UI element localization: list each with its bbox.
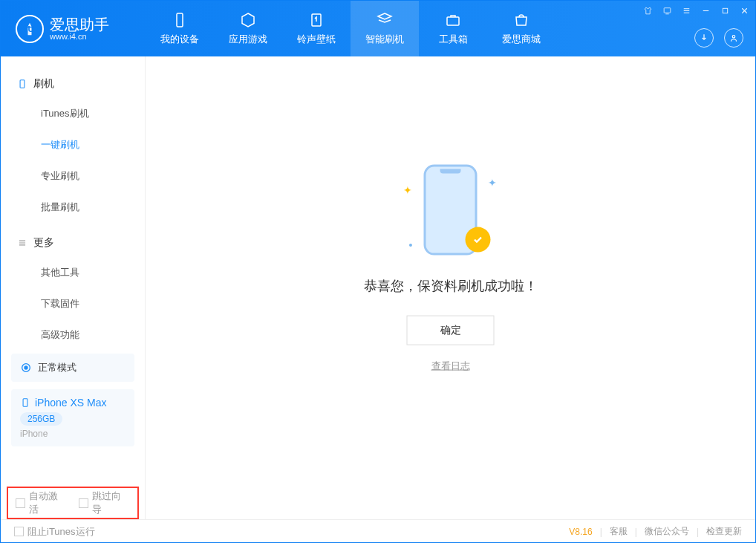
window-controls (642, 5, 749, 16)
sidebar-item-batch-flash[interactable]: 批量刷机 (1, 192, 145, 223)
view-log-link[interactable]: 查看日志 (431, 360, 470, 371)
sidebar-group-flash: 刷机 (1, 70, 145, 98)
checkbox-skip-guide[interactable]: 跳过向导 (79, 490, 130, 516)
minimize-icon[interactable] (700, 5, 711, 16)
app-logo: iU 爱思助手 www.i4.cn (1, 15, 146, 43)
tab-toolbox[interactable]: 工具箱 (419, 1, 487, 56)
tab-store[interactable]: 爱思商城 (487, 1, 555, 56)
svg-point-9 (25, 366, 27, 369)
support-link[interactable]: 客服 (610, 525, 628, 538)
user-icon[interactable] (724, 28, 743, 48)
app-name: 爱思助手 (50, 17, 109, 32)
logo-icon: iU (16, 15, 44, 43)
main-content: ✦✦• 恭喜您，保资料刷机成功啦！ 确定 查看日志 (146, 56, 755, 519)
sidebar-group-more: 更多 (1, 229, 145, 257)
svg-point-4 (732, 36, 735, 39)
device-info[interactable]: iPhone XS Max 256GB iPhone (11, 389, 134, 446)
titlebar: iU 爱思助手 www.i4.cn 我的设备 应用游戏 铃声壁纸 智能刷机 工具… (1, 1, 755, 56)
version-label: V8.16 (569, 527, 592, 537)
device-mode[interactable]: 正常模式 (11, 354, 134, 382)
device-storage-badge: 256GB (20, 412, 62, 426)
sidebar-item-other-tools[interactable]: 其他工具 (1, 257, 145, 288)
sidebar-item-itunes-flash[interactable]: iTunes刷机 (1, 98, 145, 129)
sidebar-item-advanced[interactable]: 高级功能 (1, 319, 145, 351)
svg-rect-6 (723, 8, 727, 13)
sidebar-item-pro-flash[interactable]: 专业刷机 (1, 160, 145, 192)
device-type: iPhone (20, 429, 126, 439)
svg-rect-5 (664, 7, 671, 12)
bottom-options-highlighted: 自动激活 跳过向导 (7, 487, 139, 519)
sidebar-item-one-click-flash[interactable]: 一键刷机 (1, 129, 145, 160)
device-panel: 正常模式 iPhone XS Max 256GB iPhone (11, 354, 134, 454)
checkbox-auto-activate[interactable]: 自动激活 (16, 490, 67, 516)
check-update-link[interactable]: 检查更新 (706, 525, 742, 538)
tab-apps-games[interactable]: 应用游戏 (214, 1, 282, 56)
tab-smart-flash[interactable]: 智能刷机 (351, 1, 419, 56)
shirt-icon[interactable] (642, 5, 653, 16)
header-right-icons (694, 28, 743, 48)
close-icon[interactable] (739, 5, 749, 16)
sidebar: 刷机 iTunes刷机 一键刷机 专业刷机 批量刷机 更多 其他工具 下载固件 … (1, 56, 146, 519)
menu-icon[interactable] (681, 5, 691, 16)
check-badge-icon (466, 227, 491, 252)
success-message: 恭喜您，保资料刷机成功啦！ (146, 276, 755, 294)
checkbox-icon (79, 498, 88, 508)
download-icon[interactable] (694, 28, 714, 48)
body: 刷机 iTunes刷机 一键刷机 专业刷机 批量刷机 更多 其他工具 下载固件 … (1, 56, 755, 519)
svg-rect-1 (177, 13, 183, 27)
svg-rect-10 (23, 399, 27, 407)
sidebar-item-download-firmware[interactable]: 下载固件 (1, 288, 145, 319)
svg-rect-7 (20, 80, 25, 88)
statusbar: 阻止iTunes运行 V8.16 | 客服 | 微信公众号 | 检查更新 (1, 519, 755, 543)
checkbox-block-itunes[interactable]: 阻止iTunes运行 (14, 525, 95, 539)
tab-my-device[interactable]: 我的设备 (146, 1, 214, 56)
maximize-icon[interactable] (720, 5, 730, 16)
tab-ringtone-wallpaper[interactable]: 铃声壁纸 (282, 1, 351, 56)
nav-tabs: 我的设备 应用游戏 铃声壁纸 智能刷机 工具箱 爱思商城 (146, 1, 555, 56)
ok-button[interactable]: 确定 (407, 315, 495, 345)
wechat-link[interactable]: 微信公众号 (645, 525, 689, 538)
svg-text:iU: iU (25, 24, 34, 33)
checkbox-icon (14, 527, 24, 536)
checkbox-icon (16, 498, 25, 508)
device-name: iPhone XS Max (20, 397, 126, 409)
success-illustration: ✦✦• (414, 161, 488, 258)
feedback-icon[interactable] (662, 5, 672, 16)
svg-rect-3 (447, 17, 459, 25)
success-panel: ✦✦• 恭喜您，保资料刷机成功啦！ 确定 查看日志 (146, 161, 755, 372)
app-url: www.i4.cn (50, 32, 109, 41)
